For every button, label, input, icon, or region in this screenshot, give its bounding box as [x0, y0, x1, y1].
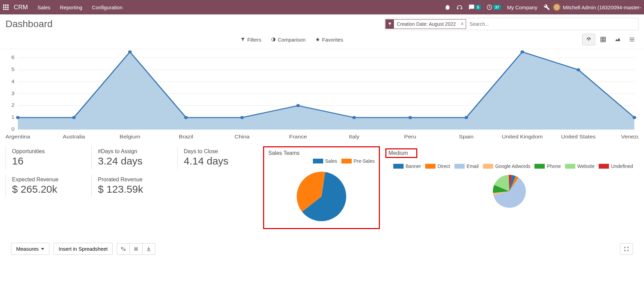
kpi-days-to-assign: #Days to Assign 3.24 days [91, 146, 177, 169]
svg-rect-8 [7, 9, 9, 10]
svg-text:0: 0 [11, 126, 14, 132]
svg-point-45 [576, 68, 580, 71]
svg-text:United Kingdom: United Kingdom [502, 134, 543, 139]
comparison-button[interactable]: Comparison [271, 37, 306, 43]
legend-item[interactable]: Direct [425, 163, 450, 169]
svg-rect-13 [601, 37, 606, 42]
legend-item[interactable]: Banner [393, 163, 421, 169]
fullscreen-button[interactable] [620, 243, 633, 255]
svg-text:1: 1 [11, 115, 14, 120]
support-icon[interactable] [456, 4, 463, 11]
activities-badge: 37 [493, 5, 501, 10]
user-name[interactable]: Mitchell Admin (18320094-master- [563, 4, 641, 10]
settings-icon[interactable] [544, 4, 550, 10]
legend-item[interactable]: Pre-Sales [341, 158, 375, 164]
legend-item[interactable]: Website [565, 163, 595, 169]
kpi-days-to-assign-value: 3.24 days [98, 155, 171, 167]
app-brand[interactable]: CRM [14, 4, 28, 11]
sales-teams-card: Sales Teams SalesPre-Sales [263, 146, 380, 229]
medium-card: Medium BannerDirectEmailGoogle AdwordsPh… [380, 146, 639, 229]
kpi-days-to-assign-label: #Days to Assign [98, 148, 171, 155]
medium-pie [480, 169, 539, 210]
apps-grid-icon[interactable] [3, 4, 9, 10]
filter-icon [386, 20, 394, 29]
kpi-expected-revenue: Expected Revenue $ 265.20k [5, 174, 91, 197]
svg-point-36 [72, 116, 76, 119]
kpi-opportunities: Opportunities 16 [5, 146, 91, 169]
svg-text:Brazil: Brazil [179, 134, 193, 139]
svg-text:Italy: Italy [349, 134, 360, 139]
svg-rect-6 [3, 9, 4, 10]
svg-point-42 [408, 116, 412, 119]
svg-text:Australia: Australia [63, 134, 86, 139]
svg-rect-1 [5, 4, 7, 6]
legend-item[interactable]: Sales [313, 158, 337, 164]
dashboard-view-button[interactable] [582, 34, 595, 45]
messaging-icon[interactable]: 5 [468, 4, 481, 10]
svg-point-43 [464, 116, 468, 119]
nav-link-configuration[interactable]: Configuration [92, 4, 123, 10]
svg-rect-3 [3, 7, 4, 8]
svg-text:United States: United States [561, 134, 596, 139]
svg-rect-7 [5, 9, 7, 10]
page-title: Dashboard [5, 19, 384, 30]
list-view-button[interactable] [625, 34, 639, 45]
search-facet: Creation Date: August 2022 × [385, 19, 466, 29]
nav-link-reporting[interactable]: Reporting [60, 4, 82, 10]
messaging-badge: 5 [475, 5, 481, 10]
activities-icon[interactable]: 37 [486, 4, 501, 10]
kpi-prorated-revenue-label: Prorated Revenue [98, 177, 171, 183]
svg-rect-0 [3, 4, 4, 6]
sales-teams-title: Sales Teams [268, 150, 375, 156]
kpi-days-to-close-label: Days to Close [184, 148, 257, 155]
company-selector[interactable]: My Company [507, 4, 537, 10]
insert-spreadsheet-button[interactable]: Insert in Spreadsheet [54, 243, 113, 255]
sales-teams-pie [268, 164, 375, 222]
user-avatar[interactable] [553, 3, 561, 11]
svg-rect-5 [7, 7, 9, 8]
kpi-prorated-revenue: Prorated Revenue $ 123.59k [91, 174, 177, 197]
filters-label: Filters [247, 37, 261, 43]
nav-link-sales[interactable]: Sales [37, 4, 50, 10]
favorites-button[interactable]: Favorites [315, 37, 343, 43]
legend-item[interactable]: Undefined [599, 163, 633, 169]
expand-button[interactable] [130, 243, 143, 255]
svg-text:Peru: Peru [404, 134, 416, 139]
kpi-opportunities-value: 16 [12, 155, 85, 167]
svg-text:6: 6 [11, 55, 14, 60]
legend-item[interactable]: Google Adwords [483, 163, 531, 169]
kpi-expected-revenue-label: Expected Revenue [12, 177, 85, 183]
kpi-expected-revenue-value: $ 265.20k [12, 183, 85, 195]
legend-item[interactable]: Email [454, 163, 479, 169]
svg-rect-12 [588, 38, 589, 40]
svg-text:4: 4 [11, 79, 15, 84]
facet-label: Creation Date: August 2022 [394, 21, 459, 27]
download-button[interactable] [143, 243, 155, 255]
kpi-days-to-close-value: 4.14 days [184, 155, 257, 167]
top-navbar: CRM Sales Reporting Configuration 5 37 M… [0, 0, 644, 14]
legend-item[interactable]: Phone [534, 163, 561, 169]
graph-view-button[interactable] [611, 34, 624, 45]
svg-rect-4 [5, 7, 7, 8]
svg-point-41 [352, 116, 356, 119]
kpi-prorated-revenue-value: $ 123.59k [98, 183, 171, 195]
svg-point-35 [16, 116, 20, 119]
svg-text:2: 2 [11, 103, 14, 108]
svg-text:Spain: Spain [459, 134, 474, 139]
caret-down-icon [41, 247, 44, 251]
svg-text:3: 3 [11, 91, 14, 96]
search-input[interactable] [467, 19, 638, 29]
facet-remove-button[interactable]: × [459, 21, 466, 27]
filters-button[interactable]: Filters [240, 37, 261, 43]
search-bar[interactable]: Creation Date: August 2022 × [384, 18, 639, 30]
kpi-days-to-close: Days to Close 4.14 days [177, 146, 263, 169]
svg-point-38 [184, 116, 188, 119]
insert-spreadsheet-label: Insert in Spreadsheet [59, 246, 108, 252]
bug-icon[interactable] [444, 4, 451, 10]
flip-axis-button[interactable] [117, 243, 130, 255]
favorites-label: Favorites [322, 37, 343, 43]
pivot-view-button[interactable] [597, 34, 610, 45]
svg-text:Belgium: Belgium [120, 134, 140, 139]
measures-button[interactable]: Measures [11, 243, 49, 255]
svg-text:France: France [289, 134, 307, 139]
